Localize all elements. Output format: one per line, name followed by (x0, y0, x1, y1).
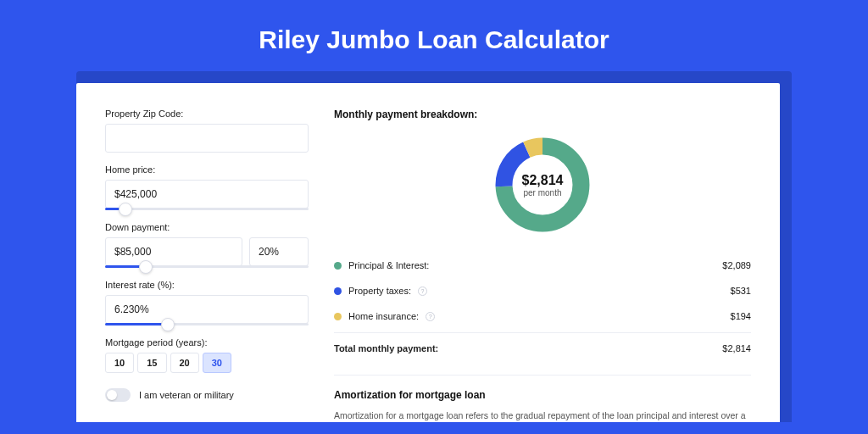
slider-thumb[interactable] (139, 260, 153, 274)
period-pill-30[interactable]: 30 (203, 353, 231, 373)
down-payment-slider[interactable] (105, 265, 309, 268)
home-price-field: Home price: (105, 164, 309, 210)
breakdown-heading: Monthly payment breakdown: (334, 108, 751, 120)
veteran-toggle[interactable] (105, 388, 131, 402)
breakdown-value: $194 (731, 311, 751, 321)
slider-thumb[interactable] (119, 203, 132, 216)
divider (334, 375, 751, 376)
home-price-label: Home price: (105, 164, 309, 175)
breakdown-label: Home insurance: (348, 311, 419, 321)
breakdown-value: $2,089 (722, 260, 751, 270)
home-price-slider[interactable] (105, 208, 309, 210)
info-icon[interactable]: ? (426, 312, 435, 321)
donut-sub: per month (523, 188, 561, 198)
down-payment-percent-input[interactable] (249, 237, 309, 266)
calculator-card: Property Zip Code: Home price: Down paym… (76, 83, 780, 422)
down-payment-field: Down payment: (105, 222, 309, 268)
veteran-toggle-row: I am veteran or military (105, 388, 309, 402)
amortization-heading: Amortization for mortgage loan (334, 389, 751, 401)
interest-field: Interest rate (%): (105, 280, 309, 326)
dot-taxes-icon (334, 287, 342, 295)
period-field: Mortgage period (years): 10 15 20 30 (105, 337, 309, 373)
breakdown-total-label: Total monthly payment: (334, 343, 438, 353)
period-pill-10[interactable]: 10 (105, 353, 134, 373)
veteran-label: I am veteran or military (139, 390, 234, 400)
down-payment-label: Down payment: (105, 222, 309, 232)
interest-slider[interactable] (105, 323, 309, 326)
home-price-input[interactable] (105, 180, 309, 209)
breakdown-row-total: Total monthly payment: $2,814 (334, 332, 751, 361)
zip-input[interactable] (105, 124, 309, 153)
interest-input[interactable] (105, 295, 309, 324)
breakdown-value: $531 (731, 286, 751, 296)
amortization-text: Amortization for a mortgage loan refers … (334, 409, 751, 422)
info-icon[interactable]: ? (418, 287, 427, 296)
breakdown-row-taxes: Property taxes: ? $531 (334, 278, 751, 303)
interest-label: Interest rate (%): (105, 280, 309, 290)
donut-chart: $2,814 per month (334, 134, 751, 236)
card-shadow: Property Zip Code: Home price: Down paym… (76, 71, 792, 422)
dot-insurance-icon (334, 313, 342, 320)
period-pills: 10 15 20 30 (105, 353, 309, 373)
page-title: Riley Jumbo Loan Calculator (0, 0, 868, 71)
breakdown-row-insurance: Home insurance: ? $194 (334, 303, 751, 329)
breakdown-label: Property taxes: (348, 286, 411, 296)
breakdown-total-value: $2,814 (722, 343, 751, 353)
toggle-knob (107, 390, 117, 400)
zip-label: Property Zip Code: (105, 108, 309, 119)
period-pill-15[interactable]: 15 (137, 353, 166, 373)
period-pill-20[interactable]: 20 (170, 353, 199, 373)
slider-thumb[interactable] (161, 318, 175, 331)
breakdown-label: Principal & Interest: (348, 260, 429, 270)
zip-field: Property Zip Code: (105, 108, 309, 153)
period-label: Mortgage period (years): (105, 337, 309, 348)
form-column: Property Zip Code: Home price: Down paym… (105, 108, 309, 422)
down-payment-amount-input[interactable] (105, 237, 242, 266)
dot-principal-icon (334, 262, 342, 270)
donut-center: $2,814 per month (492, 134, 593, 236)
donut-amount: $2,814 (522, 173, 564, 188)
breakdown-column: Monthly payment breakdown: $2,814 per mo… (334, 108, 751, 422)
breakdown-row-principal: Principal & Interest: $2,089 (334, 253, 751, 278)
